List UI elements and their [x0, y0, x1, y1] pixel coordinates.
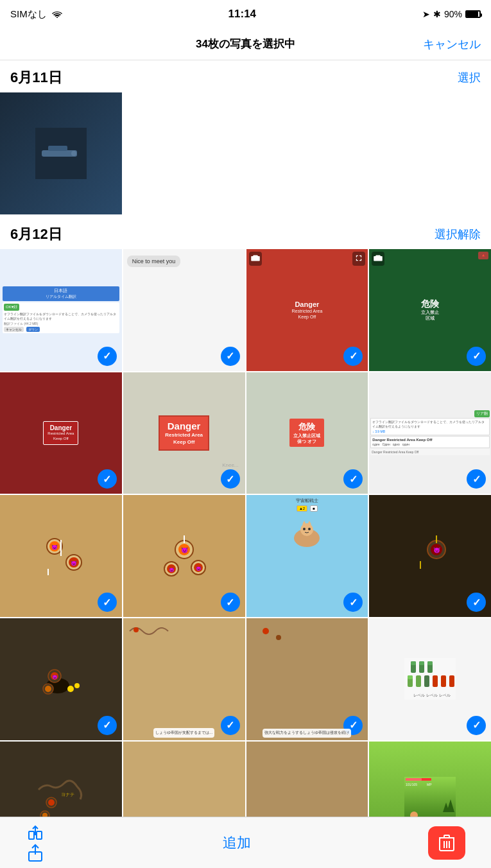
- svg-text:レベル: レベル: [413, 693, 425, 697]
- battery-percent: 90%: [444, 9, 462, 19]
- section-action-june12[interactable]: 選択解除: [435, 227, 481, 242]
- check-badge-4[interactable]: ✓: [467, 347, 486, 366]
- check-badge-5[interactable]: ✓: [98, 469, 117, 489]
- svg-point-47: [134, 627, 139, 632]
- photo-item-app-danger[interactable]: リア翻 オフライン翻訳ファイルをダウンロードすることで、カメラを使ったリアルタイ…: [369, 372, 491, 494]
- svg-text:101/105: 101/105: [406, 783, 417, 786]
- svg-rect-55: [419, 661, 424, 665]
- svg-rect-60: [416, 675, 421, 687]
- status-bar: SIMなし 11:14 ➤ ✱ 90%: [0, 0, 491, 28]
- check-badge-12[interactable]: ✓: [467, 593, 486, 612]
- svg-text:MP: MP: [427, 783, 432, 786]
- svg-point-0: [56, 17, 58, 18]
- svg-rect-57: [427, 661, 433, 665]
- svg-rect-59: [408, 675, 413, 679]
- svg-rect-62: [433, 675, 438, 687]
- photo-item-game3[interactable]: 宇宙船戦士 ▲2 ■: [246, 495, 368, 617]
- photo-item-map-dialog2[interactable]: 強大な戦力をようするしょうゆ帝国は侵攻を続け ✓: [246, 618, 368, 740]
- cancel-button[interactable]: キャンセル: [423, 37, 481, 52]
- share-icon-box: [26, 843, 45, 862]
- svg-text:😈: 😈: [180, 546, 188, 554]
- svg-point-4: [71, 151, 76, 156]
- game-cat: [284, 516, 329, 548]
- svg-rect-63: [441, 675, 446, 687]
- photo-item-map-dialog[interactable]: しょうゆ帝国が支配するまでは... ✓: [123, 618, 245, 740]
- svg-rect-3: [48, 146, 67, 151]
- svg-text:😈: 😈: [433, 546, 441, 554]
- check-badge-6[interactable]: ✓: [221, 469, 240, 489]
- add-label[interactable]: 追加: [223, 833, 251, 853]
- watermark: Knee...: [222, 462, 238, 468]
- svg-point-26: [300, 523, 313, 536]
- check-badge-2[interactable]: ✓: [221, 347, 240, 366]
- svg-rect-64: [449, 675, 454, 687]
- photo-item-danger-large[interactable]: Danger Restricted AreaKeep Off Knee... ✓: [123, 372, 245, 494]
- svg-marker-28: [307, 521, 311, 525]
- section-date-june12: 6月12日: [10, 225, 62, 244]
- map-bg2: [246, 618, 298, 650]
- check-badge-9[interactable]: ✓: [98, 593, 117, 612]
- svg-text:レベル: レベル: [439, 693, 451, 697]
- svg-text:ヨナテ: ヨナテ: [61, 792, 74, 797]
- photo-item-danger-small[interactable]: Danger Restricted AreaKeep Off ✓: [246, 249, 368, 371]
- photo-item-chat[interactable]: Nice to meet you ✓: [123, 249, 245, 371]
- svg-rect-48: [246, 618, 298, 650]
- game-art-4: 😈: [404, 530, 456, 582]
- photo-grid-row4: 😈 ✓: [0, 618, 491, 742]
- section-action-june11[interactable]: 選択: [458, 70, 481, 85]
- photo-item-bottles[interactable]: レベル レベル レベル ✓: [369, 618, 491, 740]
- photo-item-kiken[interactable]: 危険 立入禁止区域保つ オフ ✓: [246, 372, 368, 494]
- status-time: 11:14: [228, 8, 256, 21]
- photo-item-game1[interactable]: 😈 😈 ✓: [0, 495, 122, 617]
- check-badge-14[interactable]: ✓: [221, 716, 240, 735]
- photo-item-kanji[interactable]: 🔺 危険 立入禁止区域 ✓: [369, 249, 491, 371]
- svg-point-30: [308, 528, 311, 530]
- bluetooth-icon: ✱: [433, 9, 441, 19]
- game-art-1: 😈 😈: [35, 530, 87, 582]
- status-carrier: SIMなし: [10, 8, 62, 21]
- svg-rect-92: [444, 835, 449, 838]
- check-badge-13[interactable]: ✓: [98, 716, 117, 735]
- svg-point-49: [263, 628, 269, 634]
- photo-item-danger-small2[interactable]: Danger Restricted AreaKeep Off ✓: [0, 372, 122, 494]
- battery-icon: [465, 10, 481, 18]
- svg-point-70: [48, 799, 55, 806]
- svg-text:😈: 😈: [51, 674, 57, 680]
- svg-point-43: [45, 686, 51, 692]
- game-art-2: 😈 😈 😈: [159, 530, 210, 582]
- dark-map: 😈: [35, 654, 87, 705]
- photo-item-dark-map[interactable]: 😈 ✓: [0, 618, 122, 740]
- check-badge-10[interactable]: ✓: [221, 593, 240, 612]
- location-icon: ➤: [422, 9, 430, 19]
- svg-rect-77: [406, 778, 422, 781]
- trash-icon: [438, 834, 455, 852]
- check-badge-1[interactable]: ✓: [98, 347, 117, 366]
- wifi-icon: [52, 10, 62, 18]
- svg-rect-85: [29, 831, 34, 839]
- svg-point-45: [74, 683, 80, 688]
- june11-photo-grid: [0, 92, 491, 214]
- share-icon: [26, 824, 44, 842]
- header: 34枚の写真を選択中 キャンセル: [0, 28, 491, 60]
- photo-item-game4[interactable]: 😈 ✓: [369, 495, 491, 617]
- svg-point-29: [303, 528, 306, 530]
- photo-june11-1[interactable]: [0, 92, 122, 214]
- section-june11: 6月11日 選択: [0, 60, 491, 214]
- photo-grid-row2: Danger Restricted AreaKeep Off ✓ Danger …: [0, 372, 491, 496]
- header-title: 34枚の写真を選択中: [196, 37, 295, 51]
- svg-text:😈: 😈: [195, 566, 201, 571]
- map-bg: [123, 618, 175, 650]
- svg-rect-53: [411, 661, 416, 665]
- share-button[interactable]: [26, 824, 45, 862]
- photo-item-game2[interactable]: 😈 😈 😈 ✓: [123, 495, 245, 617]
- gun-image: [35, 128, 87, 179]
- svg-text:レベル: レベル: [426, 693, 438, 697]
- svg-rect-61: [424, 675, 429, 687]
- section-date-june11: 6月11日: [10, 68, 62, 87]
- section-june12: 6月12日 選択解除 日本語リアルタイム翻訳 OK♥好 オフライン翻訳ファイルを…: [0, 217, 491, 865]
- svg-point-50: [276, 635, 281, 640]
- check-badge-16[interactable]: ✓: [467, 716, 486, 735]
- photo-item-jp-app[interactable]: 日本語リアルタイム翻訳 OK♥好 オフライン翻訳ファイルをダウンロードすることで…: [0, 249, 122, 371]
- delete-button[interactable]: [428, 826, 465, 860]
- check-badge-3[interactable]: ✓: [343, 347, 363, 366]
